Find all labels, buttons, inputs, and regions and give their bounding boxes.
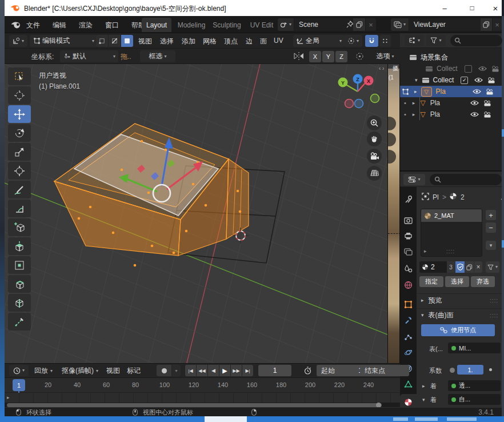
- viewlayer-remove-button[interactable]: ×: [493, 18, 502, 31]
- tool-cursor[interactable]: [8, 86, 31, 104]
- menu-select[interactable]: 选择: [160, 37, 174, 46]
- panel-preview[interactable]: ▸ 预览 ::::: [417, 293, 502, 306]
- breadcrumb-object[interactable]: Pl: [433, 193, 439, 201]
- outliner-row-plane-active[interactable]: ▸ ▽ Pla: [400, 86, 502, 97]
- menu-playback[interactable]: 回放▾: [34, 366, 53, 376]
- frame-end-field[interactable]: 结束点: [360, 365, 409, 376]
- channels-expand-icon[interactable]: ▸: [7, 395, 10, 400]
- deselect-button[interactable]: 弃选: [471, 276, 495, 287]
- proportional-edit-icon[interactable]: [355, 52, 364, 61]
- tool-extrude[interactable]: [8, 237, 31, 255]
- eye-icon[interactable]: [470, 112, 479, 117]
- mirror-icon[interactable]: [294, 52, 304, 60]
- mode-dropdown[interactable]: 编辑模式 ▾: [30, 35, 97, 47]
- outliner-row-collection-excluded[interactable]: Collect: [400, 63, 502, 74]
- menu-edit[interactable]: 编辑: [53, 21, 66, 30]
- outliner-display-mode-button[interactable]: ▾: [405, 35, 424, 46]
- playhead[interactable]: 1: [13, 379, 25, 391]
- tab-particles[interactable]: [404, 332, 413, 341]
- mirror-x-button[interactable]: X: [309, 51, 321, 62]
- orientation-dropdown[interactable]: 全局 ▾: [293, 35, 345, 47]
- menu-markers[interactable]: 标记: [127, 366, 141, 376]
- include-checkbox[interactable]: ✓: [461, 77, 468, 84]
- menu-keying[interactable]: 抠像(插帧)▾: [62, 366, 98, 376]
- tool-rotate[interactable]: [8, 124, 31, 142]
- tab-tool[interactable]: [404, 195, 413, 204]
- select-mode-vertex-button[interactable]: [96, 35, 108, 47]
- material-datablock-field[interactable]: 2: [419, 261, 449, 273]
- drag-dropdown[interactable]: 框选 ▾: [140, 50, 175, 62]
- material-copy-button[interactable]: [465, 261, 474, 273]
- select-button[interactable]: 选择: [445, 276, 469, 287]
- tab-modeling[interactable]: Modeling: [174, 18, 209, 32]
- jump-to-end-button[interactable]: ▶|: [242, 365, 253, 376]
- tool-inset-faces[interactable]: [8, 256, 31, 274]
- menu-timeline-view[interactable]: 视图: [106, 366, 120, 376]
- camera-visibility-icon[interactable]: [483, 112, 491, 118]
- tab-uv-edit[interactable]: UV Edit: [247, 18, 277, 32]
- options-dropdown[interactable]: 选项 ▾: [371, 50, 399, 62]
- tool-measure[interactable]: [8, 200, 31, 217]
- shader1-dropdown[interactable]: 透...: [448, 380, 501, 391]
- material-link-dropdown[interactable]: ▾: [486, 261, 499, 273]
- play-reverse-button[interactable]: ◀: [208, 365, 219, 376]
- menu-window[interactable]: 窗口: [105, 21, 119, 30]
- select-mode-edge-button[interactable]: [109, 35, 121, 47]
- ortho-toggle-button[interactable]: [367, 166, 382, 181]
- use-preview-range-button[interactable]: [301, 365, 314, 376]
- frame-start-field[interactable]: 起始 1: [317, 365, 367, 376]
- outliner-filter-button[interactable]: ▾: [426, 35, 446, 46]
- coord-dropdown[interactable]: 默认 ▾: [60, 50, 118, 62]
- panel-grip[interactable]: ::::: [490, 297, 498, 304]
- viewlayer-new-button[interactable]: [481, 18, 492, 31]
- factor-slider[interactable]: 1.: [457, 365, 483, 375]
- tool-transform[interactable]: [8, 162, 31, 180]
- tool-add-cube[interactable]: [8, 218, 31, 236]
- pin-icon[interactable]: [501, 192, 502, 200]
- keyframe-dot[interactable]: [489, 368, 492, 371]
- next-keyframe-button[interactable]: ▶▶: [231, 365, 242, 376]
- expand-icon[interactable]: ▸: [413, 112, 415, 117]
- auto-keying-dropdown[interactable]: ▾: [172, 365, 181, 376]
- camera-visibility-icon[interactable]: [486, 89, 494, 95]
- mirror-z-button[interactable]: Z: [335, 51, 347, 62]
- slot-add-button[interactable]: +: [486, 210, 496, 220]
- tab-world[interactable]: [404, 281, 413, 289]
- tab-scene[interactable]: [404, 265, 413, 273]
- menu-file[interactable]: 文件: [26, 21, 40, 30]
- slot-list-expand-icon[interactable]: ▸: [424, 249, 427, 254]
- tab-physics[interactable]: [404, 348, 413, 357]
- panel-surface[interactable]: ▾ 表(曲)面 ::::: [417, 308, 502, 321]
- shader2-expand-icon[interactable]: ▾: [422, 397, 425, 403]
- play-button[interactable]: ▶: [219, 365, 230, 376]
- menu-render[interactable]: 渲染: [79, 21, 93, 30]
- blender-app-icon[interactable]: [10, 20, 22, 29]
- outliner-row-collection[interactable]: ▾ Collect ✓: [400, 74, 502, 86]
- zoom-button[interactable]: [367, 116, 382, 130]
- tab-object[interactable]: [404, 300, 413, 309]
- factor-input-dot[interactable]: [450, 368, 455, 373]
- tool-scale[interactable]: [8, 143, 31, 161]
- menu-vertex[interactable]: 顶点: [224, 37, 238, 46]
- editor-type-button[interactable]: ▾: [9, 35, 27, 47]
- menu-edge[interactable]: 边: [246, 37, 253, 46]
- tool-annotate[interactable]: [8, 181, 31, 198]
- timeline-scrollbar[interactable]: [7, 403, 382, 407]
- tool-bevel[interactable]: [8, 275, 31, 293]
- viewport-3d[interactable]: Y Z X 用户透视 (1) Plane.001: [5, 64, 387, 363]
- resize-grip[interactable]: ::::: [446, 248, 455, 254]
- pan-button[interactable]: [367, 132, 382, 146]
- outliner-row-plane[interactable]: • ▸ ▽ Pla: [400, 97, 502, 109]
- snap-toggle-button[interactable]: [365, 35, 378, 47]
- eye-icon[interactable]: [470, 100, 479, 106]
- tab-layout[interactable]: Layout: [142, 18, 171, 32]
- material-users-button[interactable]: 3: [447, 261, 455, 273]
- navigation-gizmo[interactable]: Y Z X: [338, 74, 379, 108]
- shader2-dropdown[interactable]: 自...: [448, 394, 501, 405]
- material-unlink-button[interactable]: ×: [474, 261, 482, 273]
- prev-keyframe-button[interactable]: ◀◀: [197, 365, 207, 376]
- tab-material-active[interactable]: [400, 394, 417, 407]
- assign-button[interactable]: 指定: [419, 276, 443, 287]
- menu-add[interactable]: 添加: [182, 37, 195, 46]
- properties-search-input[interactable]: [430, 174, 502, 185]
